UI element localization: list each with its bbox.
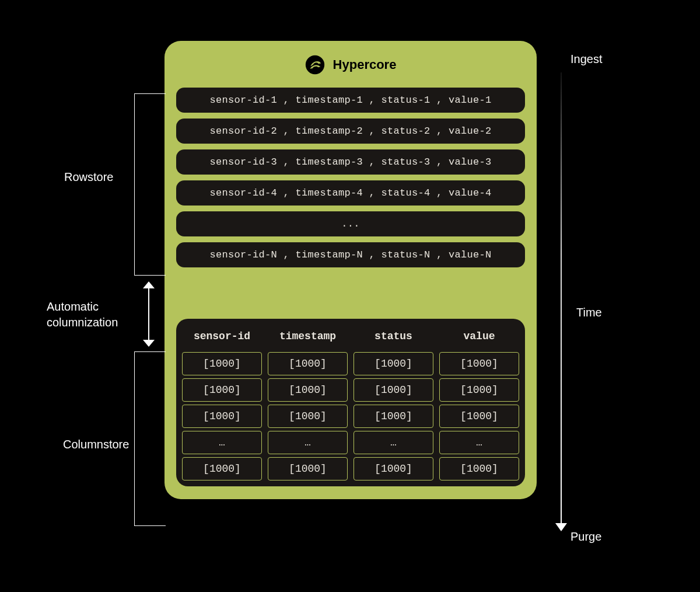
row-block: sensor-id-4 , timestamp-4 , status-4 , v… [176,180,525,206]
column-cell: [1000] [182,405,262,428]
column-cell: [1000] [268,405,348,428]
column-cell: [1000] [439,457,519,480]
purge-label: Purge [570,530,601,544]
column-cell-ellipsis: … [354,431,433,454]
ingest-label: Ingest [570,53,602,66]
column-cell-ellipsis: … [182,431,262,454]
column-cell: [1000] [354,405,433,428]
automatic-columnization-label: Automatic columnization [47,299,118,330]
rowstore-bracket [134,93,166,276]
column-cell-ellipsis: … [268,431,348,454]
rowstore-section: sensor-id-1 , timestamp-1 , status-1 , v… [176,88,525,267]
column-cell: [1000] [268,352,348,375]
row-block: sensor-id-1 , timestamp-1 , status-1 , v… [176,88,525,113]
column-header: sensor-id [182,325,262,349]
column-cell-ellipsis: … [439,431,519,454]
column-cell: [1000] [439,405,519,428]
columnization-arrow-icon [141,281,156,347]
hypercore-panel: Hypercore sensor-id-1 , timestamp-1 , st… [164,41,537,499]
row-block: sensor-id-2 , timestamp-2 , status-2 , v… [176,119,525,144]
tiger-icon [305,55,325,75]
column-cell: [1000] [182,352,262,375]
column-cell: [1000] [354,352,433,375]
columnstore-label: Columnstore [63,438,129,451]
column-cell: [1000] [354,378,433,402]
row-block-ellipsis: ... [176,211,525,236]
columnstore-bracket [134,351,166,526]
svg-point-0 [305,55,324,74]
timeline-arrowhead-icon [555,523,567,531]
column-header: value [439,325,519,349]
columnstore-section: sensor-id timestamp status value [1000] … [176,319,525,486]
columnstore-grid: sensor-id timestamp status value [1000] … [182,325,519,480]
transition-gap [176,273,525,319]
column-cell: [1000] [182,457,262,480]
column-cell: [1000] [268,457,348,480]
row-block: sensor-id-3 , timestamp-3 , status-3 , v… [176,149,525,175]
column-cell: [1000] [182,378,262,402]
column-header: timestamp [268,325,348,349]
column-cell: [1000] [439,378,519,402]
column-header: status [354,325,433,349]
panel-header: Hypercore [176,55,525,75]
panel-title: Hypercore [333,57,397,72]
timeline-line [561,72,562,525]
rowstore-label: Rowstore [64,170,113,184]
column-cell: [1000] [354,457,433,480]
column-cell: [1000] [268,378,348,402]
row-block: sensor-id-N , timestamp-N , status-N , v… [176,242,525,267]
column-cell: [1000] [439,352,519,375]
time-label: Time [576,306,602,319]
